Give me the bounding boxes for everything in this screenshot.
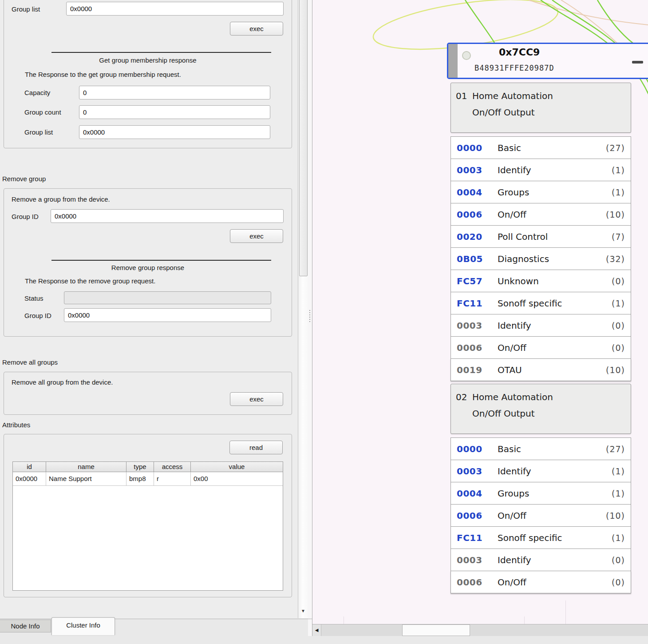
cluster-attribute-count: (0)	[612, 276, 631, 286]
remove-group-exec-button[interactable]: exec	[230, 229, 283, 243]
cell-value[interactable]: 0x00	[191, 472, 283, 485]
remove-group-response-desc: The Response to the remove group request…	[25, 277, 155, 285]
node-0x7CC9[interactable]: 0x7CC9 B48931FFFE20987D	[447, 43, 648, 79]
attributes-read-button[interactable]: read	[229, 441, 283, 454]
cluster-row-0006[interactable]: 0006On/Off(0)	[450, 336, 631, 359]
tab-cluster-info[interactable]: Cluster Info	[51, 617, 115, 635]
attributes-table[interactable]: id name type access value 0x0000 Name Su…	[12, 461, 283, 591]
cluster-row-FC11[interactable]: FC11Sonoff specific(1)	[450, 526, 631, 549]
cluster-id: 0006	[451, 209, 498, 220]
link-line	[524, 616, 525, 624]
remove-all-groups-exec-button[interactable]: exec	[230, 392, 283, 406]
cluster-id: 0B05	[451, 254, 498, 264]
endpoint-header-01[interactable]: 01Home AutomationOn/Off Output	[450, 83, 631, 133]
get-group-membership-response-title: Get group membership response	[4, 56, 292, 64]
scrollbar-down-icon[interactable]: ▼	[298, 605, 308, 617]
cluster-row-0000[interactable]: 0000Basic(27)	[450, 437, 631, 460]
left-panel-vertical-scrollbar[interactable]: ▼	[298, 0, 308, 618]
cluster-row-0003[interactable]: 0003Identify(1)	[450, 159, 631, 181]
cluster-attribute-count: (1)	[612, 533, 631, 543]
cluster-name: Sonoff specific	[498, 298, 612, 309]
cell-type[interactable]: bmp8	[126, 472, 154, 485]
endpoint-profile: Home Automation	[472, 91, 553, 101]
status-label: Status	[24, 294, 43, 302]
attributes-table-header[interactable]: id name type access value	[13, 462, 283, 472]
capacity-input[interactable]	[79, 86, 270, 99]
column-header-value[interactable]: value	[191, 462, 283, 472]
splitter-handle-icon[interactable]	[309, 310, 311, 323]
remove-all-groups-groupbox: Remove all group from the device. exec	[4, 372, 292, 415]
tabbar-line	[0, 619, 316, 619]
cluster-name: OTAU	[498, 365, 606, 375]
cell-access[interactable]: r	[154, 472, 191, 485]
cluster-id: 0006	[451, 577, 498, 588]
cluster-row-0B05[interactable]: 0B05Diagnostics(32)	[450, 247, 631, 270]
response-group-list-input[interactable]	[79, 125, 270, 139]
group-id-input[interactable]	[51, 209, 284, 223]
group-list-input[interactable]	[66, 2, 284, 16]
cell-id[interactable]: 0x0000	[13, 472, 46, 485]
cell-name[interactable]: Name Support	[46, 472, 126, 485]
cluster-attribute-count: (32)	[606, 254, 631, 264]
endpoint-header-02[interactable]: 02Home AutomationOn/Off Output	[450, 384, 631, 434]
cluster-name: Basic	[498, 444, 606, 454]
cluster-row-0006[interactable]: 0006On/Off(0)	[450, 571, 631, 593]
column-header-access[interactable]: access	[154, 462, 191, 472]
cluster-row-0019[interactable]: 0019OTAU(10)	[450, 358, 631, 381]
status-input[interactable]	[64, 291, 271, 304]
column-header-id[interactable]: id	[13, 462, 46, 472]
scrollbar-thumb[interactable]	[299, 0, 308, 276]
cluster-attribute-count: (10)	[606, 511, 631, 521]
cluster-row-0003[interactable]: 0003Identify(0)	[450, 314, 631, 337]
cluster-name: Poll Control	[498, 231, 612, 242]
separator	[51, 52, 271, 53]
cluster-row-0003[interactable]: 0003Identify(0)	[450, 549, 631, 571]
node-drag-bar[interactable]	[448, 44, 458, 78]
endpoint-device-type: On/Off Output	[451, 402, 631, 419]
group-count-label: Group count	[24, 108, 61, 116]
tab-node-info[interactable]: Node Info	[0, 620, 51, 632]
cluster-attribute-count: (0)	[612, 343, 631, 353]
column-header-type[interactable]: type	[126, 462, 154, 472]
cluster-attribute-count: (0)	[612, 577, 631, 587]
cluster-name: On/Off	[498, 209, 606, 220]
cluster-name: Identify	[498, 466, 612, 477]
cluster-id: 0004	[451, 488, 498, 499]
scrollbar-thumb[interactable]	[402, 624, 470, 636]
cluster-attribute-count: (1)	[612, 298, 631, 308]
cluster-row-0020[interactable]: 0020Poll Control(7)	[450, 225, 631, 248]
table-row[interactable]: 0x0000 Name Support bmp8 r 0x00	[13, 472, 283, 486]
column-header-name[interactable]: name	[46, 462, 126, 472]
cluster-row-0004[interactable]: 0004Groups(1)	[450, 482, 631, 505]
response-group-id-input[interactable]	[64, 308, 271, 322]
panel-splitter[interactable]	[308, 0, 312, 636]
deconz-main-window: Group list exec Get group membership res…	[0, 0, 648, 644]
collapse-icon[interactable]	[632, 61, 643, 64]
cluster-row-0003[interactable]: 0003Identify(1)	[450, 460, 631, 482]
link-curve-green	[465, 0, 494, 43]
cluster-id: 0019	[451, 365, 498, 375]
cluster-id: 0003	[451, 555, 498, 565]
cluster-attribute-count: (27)	[606, 143, 631, 153]
node-status-indicator	[462, 51, 471, 60]
group-count-input[interactable]	[79, 105, 270, 119]
get-group-membership-exec-button[interactable]: exec	[230, 22, 283, 36]
node-view-horizontal-scrollbar[interactable]: ◀	[312, 624, 648, 636]
cluster-attribute-count: (1)	[612, 489, 631, 498]
cluster-row-0006[interactable]: 0006On/Off(10)	[450, 203, 631, 226]
cluster-row-FC57[interactable]: FC57Unknown(0)	[450, 270, 631, 292]
cluster-name: On/Off	[498, 342, 612, 353]
endpoint-device-type: On/Off Output	[451, 101, 631, 118]
link-curve-green	[597, 0, 633, 43]
cluster-row-FC11[interactable]: FC11Sonoff specific(1)	[450, 292, 631, 314]
cluster-row-0006[interactable]: 0006On/Off(10)	[450, 504, 631, 527]
remove-group-groupbox: Remove a group from the device. Group ID…	[4, 188, 292, 337]
endpoint-id: 02	[456, 392, 472, 402]
cluster-id: FC11	[451, 533, 498, 543]
cluster-row-0000[interactable]: 0000Basic(27)	[450, 136, 631, 159]
scrollbar-left-icon[interactable]: ◀	[312, 624, 321, 636]
cluster-attribute-count: (27)	[606, 444, 631, 454]
network-node-view[interactable]: 0x7CC9 B48931FFFE20987D 01Home Automatio…	[312, 0, 648, 636]
group-id-label: Group ID	[12, 213, 39, 220]
cluster-row-0004[interactable]: 0004Groups(1)	[450, 181, 631, 203]
